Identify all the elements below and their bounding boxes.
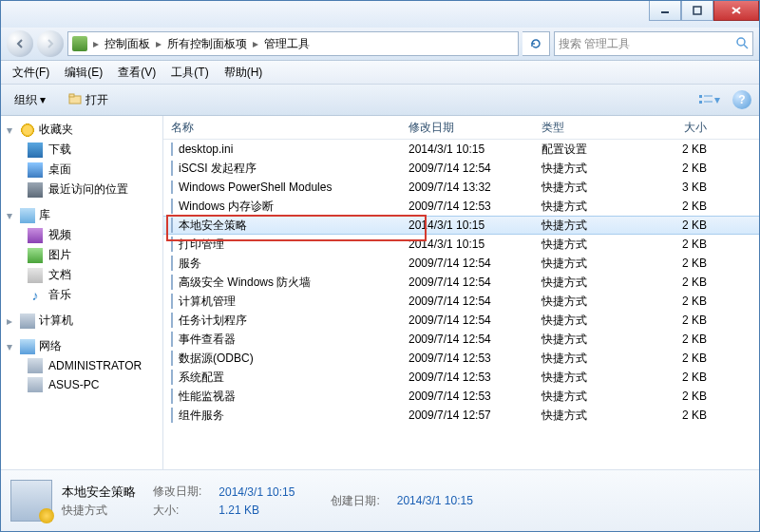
recent-icon: [28, 182, 43, 198]
file-row[interactable]: iSCSI 发起程序2009/7/14 12:54快捷方式2 KB: [163, 159, 759, 178]
open-button[interactable]: 打开: [63, 90, 114, 110]
file-date-cell: 2014/3/1 10:15: [401, 238, 534, 251]
nav-downloads[interactable]: 下载: [1, 140, 162, 160]
file-date-cell: 2009/7/14 12:54: [401, 314, 534, 327]
file-row[interactable]: 计算机管理2009/7/14 12:54快捷方式2 KB: [163, 292, 759, 311]
nav-group-computer[interactable]: ▸计算机: [1, 311, 162, 331]
file-row[interactable]: 组件服务2009/7/14 12:57快捷方式2 KB: [163, 406, 759, 425]
search-box[interactable]: 搜索 管理工具: [554, 31, 753, 56]
file-icon: [171, 237, 173, 252]
help-button[interactable]: ?: [732, 90, 751, 109]
col-date[interactable]: 修改日期: [401, 120, 534, 136]
file-icon: [171, 408, 173, 423]
file-row[interactable]: Windows 内存诊断2009/7/14 12:53快捷方式2 KB: [163, 197, 759, 216]
maximize-button[interactable]: [681, 1, 713, 21]
nav-documents[interactable]: 文档: [1, 265, 162, 285]
file-size-cell: 2 KB: [638, 238, 714, 251]
file-icon: [171, 389, 173, 404]
details-size-label: 大小:: [153, 503, 201, 519]
col-name[interactable]: 名称: [163, 120, 401, 136]
svg-point-4: [737, 38, 745, 46]
file-row[interactable]: 本地安全策略2014/3/1 10:15快捷方式2 KB: [163, 216, 759, 235]
nav-back-button[interactable]: [7, 30, 33, 57]
computer-icon: [20, 314, 35, 329]
file-date-cell: 2009/7/14 12:53: [401, 200, 534, 213]
close-button[interactable]: [713, 1, 759, 21]
file-type-cell: 快捷方式: [534, 389, 638, 405]
nav-desktop[interactable]: 桌面: [1, 160, 162, 180]
file-date-cell: 2009/7/14 12:54: [401, 256, 534, 270]
file-row[interactable]: 打印管理2014/3/1 10:15快捷方式2 KB: [163, 235, 759, 254]
file-type-cell: 快捷方式: [534, 332, 638, 348]
command-bar: 组织 ▾ 打开 ▾ ?: [1, 85, 759, 116]
file-name-cell: 事件查看器: [163, 332, 401, 348]
file-type-cell: 快捷方式: [534, 161, 638, 177]
col-type[interactable]: 类型: [534, 120, 638, 136]
file-size-cell: 3 KB: [638, 180, 714, 194]
file-icon: [171, 199, 173, 214]
file-row[interactable]: desktop.ini2014/3/1 10:15配置设置2 KB: [163, 140, 759, 159]
file-type-cell: 快捷方式: [534, 313, 638, 329]
nav-forward-button[interactable]: [37, 30, 64, 57]
details-create-value: 2014/3/1 10:15: [397, 494, 473, 507]
menu-edit[interactable]: 编辑(E): [59, 63, 108, 83]
file-icon: [171, 142, 173, 156]
svg-rect-1: [694, 7, 701, 14]
file-type-cell: 快捷方式: [534, 199, 638, 215]
file-row[interactable]: 系统配置2009/7/14 12:53快捷方式2 KB: [163, 368, 759, 387]
refresh-button[interactable]: [522, 31, 550, 56]
file-icon: [171, 256, 173, 271]
file-type-cell: 快捷方式: [534, 180, 638, 196]
file-size-cell: 2 KB: [638, 314, 714, 327]
collapse-icon: ▾: [7, 124, 16, 137]
file-row[interactable]: Windows PowerShell Modules2009/7/14 13:3…: [163, 178, 759, 197]
pc-icon: [28, 358, 43, 373]
details-icon: [10, 480, 52, 522]
menu-view[interactable]: 查看(V): [112, 63, 162, 83]
breadcrumb-item[interactable]: 所有控制面板项: [163, 36, 251, 52]
nav-group-libraries[interactable]: ▾库: [1, 205, 162, 225]
nav-videos[interactable]: 视频: [1, 225, 162, 245]
organize-button[interactable]: 组织 ▾: [9, 90, 51, 110]
download-icon: [28, 142, 43, 158]
nav-group-favorites[interactable]: ▾收藏夹: [1, 120, 162, 140]
file-type-cell: 快捷方式: [534, 237, 638, 253]
file-row[interactable]: 数据源(ODBC)2009/7/14 12:53快捷方式2 KB: [163, 349, 759, 368]
menu-file[interactable]: 文件(F): [7, 63, 55, 83]
nav-group-network[interactable]: ▾网络: [1, 336, 162, 356]
file-row[interactable]: 高级安全 Windows 防火墙2009/7/14 12:54快捷方式2 KB: [163, 273, 759, 292]
titlebar[interactable]: [1, 1, 759, 28]
file-icon: [171, 332, 173, 347]
file-icon: [171, 351, 173, 366]
nav-pictures[interactable]: 图片: [1, 245, 162, 265]
svg-rect-8: [699, 95, 702, 98]
file-date-cell: 2014/3/1 10:15: [401, 218, 534, 232]
svg-rect-9: [699, 101, 702, 104]
minimize-button[interactable]: [649, 1, 681, 21]
file-icon: [171, 275, 173, 290]
col-size[interactable]: 大小: [638, 120, 714, 136]
file-name-cell: 高级安全 Windows 防火墙: [163, 275, 401, 291]
file-row[interactable]: 事件查看器2009/7/14 12:54快捷方式2 KB: [163, 330, 759, 349]
menu-help[interactable]: 帮助(H): [218, 63, 269, 83]
breadcrumb-bar[interactable]: ▸ 控制面板 ▸ 所有控制面板项 ▸ 管理工具: [67, 31, 519, 56]
view-options-button[interactable]: ▾: [696, 89, 721, 110]
file-row[interactable]: 任务计划程序2009/7/14 12:54快捷方式2 KB: [163, 311, 759, 330]
file-row[interactable]: 性能监视器2009/7/14 12:53快捷方式2 KB: [163, 387, 759, 406]
file-type-cell: 快捷方式: [534, 275, 638, 291]
expand-icon: ▸: [7, 314, 16, 328]
file-name-cell: Windows PowerShell Modules: [163, 180, 401, 194]
nav-recent[interactable]: 最近访问的位置: [1, 180, 162, 200]
file-type-cell: 快捷方式: [534, 351, 638, 367]
file-name-cell: 任务计划程序: [163, 313, 401, 329]
nav-network-item[interactable]: ADMINISTRATOR: [1, 356, 162, 375]
control-panel-icon: [72, 36, 87, 51]
nav-network-item[interactable]: ASUS-PC: [1, 375, 162, 394]
nav-music[interactable]: ♪音乐: [1, 285, 162, 305]
breadcrumb-item[interactable]: 管理工具: [260, 36, 314, 52]
details-subtitle: 快捷方式: [62, 503, 136, 519]
menu-tools[interactable]: 工具(T): [165, 63, 214, 83]
explorer-body: ▾收藏夹 下载 桌面 最近访问的位置 ▾库 视频 图片 文档 ♪音乐 ▸计算机 …: [1, 116, 759, 469]
breadcrumb-item[interactable]: 控制面板: [101, 36, 154, 52]
file-row[interactable]: 服务2009/7/14 12:54快捷方式2 KB: [163, 254, 759, 273]
